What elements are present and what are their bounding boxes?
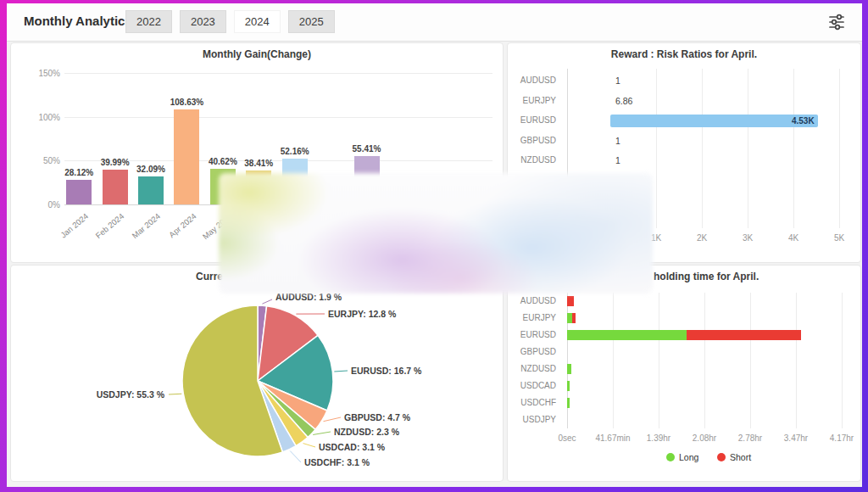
y-axis-tick: 0% — [11, 200, 60, 210]
x-axis-tick: 4.17hr — [820, 433, 862, 443]
gridline — [704, 293, 705, 428]
pie-label: NZDUSD: 2.3 % — [334, 427, 400, 437]
header-bar: Monthly Analytics 2022 2023 2024 2025 — [7, 3, 862, 42]
reward-risk-value: 1 — [615, 136, 620, 146]
pie-label-leader-line — [262, 299, 272, 304]
reward-risk-value: 6.86 — [615, 96, 632, 106]
gain-bar — [174, 109, 199, 204]
holding-bar-short — [687, 330, 801, 340]
gain-bar-value: 32.09% — [125, 165, 176, 174]
holding-bar-short — [572, 313, 576, 323]
gridline — [839, 69, 840, 228]
pie-label-leader-line — [290, 451, 301, 462]
gain-bar-value: 55.41% — [342, 144, 392, 154]
currency-pair-label: USDJPY — [508, 415, 556, 424]
x-axis-tick: 2.78hr — [728, 433, 772, 443]
gain-bar-value: 38.41% — [233, 159, 284, 168]
gain-bar-value: 52.16% — [270, 147, 320, 156]
window-frame: Monthly Analytics 2022 2023 2024 2025 Mo… — [0, 0, 868, 492]
currency-pair-label: USDCAD — [508, 381, 556, 390]
x-axis-tick: 3.47hr — [774, 433, 818, 443]
gain-bar — [103, 170, 128, 204]
x-axis-tick: 1.39hr — [637, 433, 681, 443]
x-axis-month-label: Mar 2024 — [130, 211, 162, 240]
gridline — [796, 293, 797, 428]
holding-time-chart-card: holding time for April. 0sec41.67min1.39… — [507, 265, 861, 482]
reward-risk-value: 1 — [615, 155, 620, 165]
gridline — [793, 69, 794, 228]
currency-pie-chart-card: Curre AUDUSD: 1.9 %EURJPY: 12.8 %EURUSD:… — [10, 265, 504, 482]
currency-pair-label: EURUSD — [508, 330, 556, 339]
x-axis-tick: 2K — [689, 233, 715, 243]
year-tabs: 2022 2023 2024 2025 — [125, 10, 335, 33]
legend-label-long: Long — [679, 452, 698, 462]
holding-time-title-fragment: holding time for April. — [654, 271, 759, 282]
currency-pair-label: EURJPY — [508, 313, 556, 322]
currency-pair-label: NZDUSD — [508, 364, 556, 373]
gridline — [613, 293, 614, 428]
pie-label: GBPUSD: 4.7 % — [344, 412, 411, 422]
reward-risk-title: Reward : Risk Ratios for April. — [508, 48, 860, 60]
x-axis-tick: 5K — [826, 233, 852, 243]
filter-sliders-icon[interactable] — [826, 12, 847, 32]
tab-year-2024[interactable]: 2024 — [234, 10, 281, 33]
currency-pair-label: NZDUSD — [508, 155, 556, 165]
pie-label: USDCAD: 3.1 % — [319, 442, 386, 452]
pie-label-leader-line — [169, 394, 181, 394]
monthly-gain-title: Monthly Gain(Change) — [11, 48, 503, 60]
gridline — [748, 69, 748, 228]
currency-pair-label: AUDUSD — [508, 296, 556, 305]
currency-pair-label: EURUSD — [508, 115, 556, 125]
page-title: Monthly Analytics — [24, 14, 132, 28]
blurred-redacted-region — [219, 173, 653, 294]
gridline — [656, 69, 657, 228]
y-axis-tick: 50% — [11, 156, 60, 165]
currency-pair-label: USDCHF — [508, 398, 556, 407]
x-axis-month-label: Jan 2024 — [58, 211, 90, 240]
tab-year-2023[interactable]: 2023 — [180, 10, 226, 33]
tab-year-2025[interactable]: 2025 — [288, 10, 335, 33]
x-axis-month-label: Apr 2024 — [167, 211, 198, 239]
gridline — [64, 117, 492, 118]
holding-bar-short — [567, 296, 574, 306]
gridline — [750, 293, 751, 428]
pie-label-leader-line — [334, 371, 348, 372]
pie-label: USDJPY: 55.3 % — [97, 389, 165, 400]
pie-label-leader-line — [313, 432, 331, 434]
holding-bar-long — [567, 330, 687, 340]
currency-pair-label: GBPUSD — [508, 347, 556, 356]
pie-label: EURUSD: 16.7 % — [351, 366, 422, 376]
currency-pair-label: AUDUSD — [508, 75, 556, 85]
x-axis-month-label: Feb 2024 — [94, 211, 126, 240]
currency-pair-label: GBPUSD — [508, 136, 556, 145]
gain-bar — [138, 176, 164, 204]
x-axis-tick: 0sec — [545, 433, 589, 443]
currency-pair-label: EURJPY — [508, 96, 556, 105]
reward-risk-bar: 4.53K — [610, 115, 818, 127]
gain-bar — [66, 180, 92, 204]
gridline — [659, 293, 659, 428]
x-axis-tick: 3K — [735, 233, 760, 243]
pie-label-leader-line — [303, 444, 315, 447]
y-axis-tick: 100% — [11, 113, 60, 122]
currency-pie-chart: AUDUSD: 1.9 %EURJPY: 12.8 %EURUSD: 16.7 … — [11, 266, 503, 481]
pie-label: EURJPY: 12.8 % — [328, 309, 397, 319]
holding-bar-long — [567, 381, 570, 391]
gain-bar-value: 108.63% — [161, 98, 212, 107]
y-axis-tick: 150% — [11, 69, 60, 78]
pie-label-leader-line — [323, 417, 341, 422]
x-axis-tick: 2.08hr — [682, 433, 726, 443]
gridline — [64, 73, 492, 74]
legend-label-short: Short — [730, 452, 751, 462]
reward-risk-bar-value: 4.53K — [792, 116, 815, 126]
reward-risk-value: 1 — [615, 75, 620, 86]
tab-year-2022[interactable]: 2022 — [125, 10, 172, 33]
x-axis-tick: 41.67min — [591, 433, 635, 443]
gridline — [842, 293, 843, 428]
legend-dot-short — [717, 453, 726, 461]
dashboard-page: Monthly Analytics 2022 2023 2024 2025 Mo… — [7, 3, 862, 487]
x-axis-tick: 4K — [781, 233, 806, 243]
pie-label: USDCHF: 3.1 % — [304, 457, 370, 467]
gridline — [702, 69, 703, 228]
holding-bar-long — [567, 398, 570, 408]
